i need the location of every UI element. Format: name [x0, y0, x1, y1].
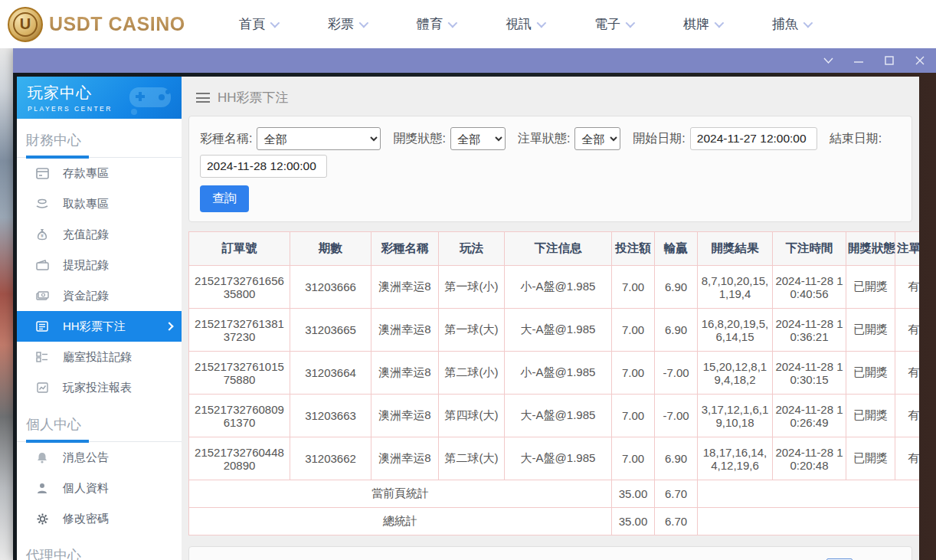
summary-row-total: 總統計 35.00 6.70: [189, 508, 920, 535]
window-close-button[interactable]: [915, 55, 925, 66]
sidebar-item-deposit[interactable]: 存款專區: [17, 158, 182, 188]
window-collapse-button[interactable]: [823, 55, 833, 66]
cell-draw-status: 已開獎: [846, 352, 895, 395]
top-navigation-bar: U USDT CASINO 首頁 彩票 體育 視訊 電子 棋牌 捕魚: [0, 0, 936, 48]
cell-win-loss: 6.90: [655, 266, 698, 309]
window-maximize-button[interactable]: [884, 55, 895, 66]
chevron-down-icon: [715, 18, 725, 28]
cell-period: 31203663: [290, 395, 371, 437]
background-photo-strip: [0, 48, 13, 560]
cell-draw-status: 已開獎: [846, 395, 895, 437]
query-button[interactable]: 查詢: [200, 185, 249, 212]
money-bag-icon: ¥: [35, 228, 49, 241]
cell-lottery-name: 澳洲幸运8: [371, 266, 439, 309]
deposit-icon: [35, 166, 49, 180]
start-date-input[interactable]: [690, 127, 817, 150]
nav-item-fishing[interactable]: 捕魚: [772, 15, 810, 33]
cell-win-loss: -7.00: [655, 352, 698, 395]
cell-draw-status: 已開獎: [846, 266, 895, 309]
sidebar-item-label: 個人資料: [63, 481, 109, 496]
hand-coins-icon: [35, 197, 49, 211]
player-center-window: 玩家中心 PLAYERS CENTER 財務中心 存款專區: [13, 48, 936, 560]
nav-item-lottery[interactable]: 彩票: [328, 15, 366, 33]
sidebar-item-announcements[interactable]: 消息公告: [17, 442, 182, 473]
window-minimize-button[interactable]: [853, 55, 864, 66]
sidebar-item-player-bet-report[interactable]: 玩家投注報表: [17, 372, 182, 403]
sidebar-item-hh-lottery-bets[interactable]: HH彩票下注: [17, 311, 182, 342]
sidebar-item-profile[interactable]: 個人資料: [17, 473, 182, 503]
cell-order-status: 有效: [895, 437, 920, 480]
cell-period: 31203662: [290, 437, 371, 480]
col-lottery-name: 彩種名稱: [371, 232, 439, 266]
sidebar-item-label: 玩家投注報表: [63, 381, 132, 395]
sidebar-item-label: 取款專區: [63, 197, 109, 211]
nav-label: 棋牌: [683, 15, 709, 33]
table-row: 215217327608096137031203663澳洲幸运8第四球(大)大-…: [189, 395, 920, 437]
total-winloss-total: 6.70: [655, 508, 698, 535]
nav-item-home[interactable]: 首頁: [239, 15, 277, 33]
user-icon: [35, 481, 49, 495]
usdt-coin-icon: U: [8, 7, 43, 42]
nav-label: 首頁: [239, 15, 265, 33]
order-status-select[interactable]: 全部: [574, 127, 620, 150]
nav-label: 彩票: [328, 15, 354, 33]
cell-order-status: 有效: [895, 352, 920, 395]
cell-win-loss: -7.00: [655, 395, 698, 437]
end-date-label: 結束日期:: [830, 131, 882, 147]
cell-order-id: 2152173276138137230: [189, 309, 290, 352]
breadcrumb: HH彩票下注: [188, 77, 912, 116]
cell-draw-status: 已開獎: [846, 437, 895, 480]
current-page-bet-total: 35.00: [612, 480, 655, 508]
cell-play-type: 第二球(小): [439, 352, 505, 395]
nav-item-slots[interactable]: 電子: [594, 15, 633, 33]
draw-status-label: 開獎狀態:: [393, 131, 445, 147]
cell-draw-result: 8,7,10,20,15,1,19,4: [698, 266, 773, 309]
col-order-id: 訂單號: [189, 232, 290, 266]
nav-item-cards[interactable]: 棋牌: [683, 15, 722, 33]
cell-order-id: 2152173276101575880: [189, 352, 290, 395]
cell-period: 31203666: [290, 266, 371, 309]
cell-play-type: 第一球(大): [439, 309, 505, 352]
page-title: HH彩票下注: [218, 89, 289, 106]
nav-label: 電子: [594, 15, 620, 33]
cell-order-status: 有效: [895, 395, 920, 437]
cell-lottery-name: 澳洲幸运8: [371, 352, 439, 395]
svg-text:¥: ¥: [41, 233, 44, 238]
menu-icon[interactable]: [196, 93, 210, 103]
end-date-input[interactable]: [200, 155, 327, 178]
cell-bet-info: 小-A盤@1.985: [505, 352, 612, 395]
sidebar-item-withdrawal-records[interactable]: 提現記錄: [17, 250, 182, 280]
lottery-name-select[interactable]: 全部: [257, 127, 381, 150]
cell-order-id: 2152173276080961370: [189, 395, 290, 437]
table-row: 215217327613813723031203665澳洲幸运8第一球(大)大-…: [189, 309, 920, 352]
sidebar-item-funds-records[interactable]: 資金記錄: [17, 280, 182, 311]
report-chart-icon: [35, 381, 49, 395]
cell-bet-info: 小-A盤@1.985: [505, 266, 612, 309]
col-bet-time: 下注時間: [773, 232, 846, 266]
nav-item-live[interactable]: 視訊: [506, 15, 544, 33]
current-page-stats-label: 當前頁統計: [189, 480, 612, 508]
wallet-icon: [35, 258, 49, 272]
cell-bet-amount: 7.00: [612, 395, 655, 437]
sidebar-item-recharge-records[interactable]: ¥ 充值記錄: [17, 219, 182, 250]
cell-bet-time: 2024-11-28 10:20:48: [773, 437, 846, 480]
cell-bet-time: 2024-11-28 10:40:56: [773, 266, 846, 309]
chevron-down-icon: [448, 18, 458, 28]
sidebar-item-withdraw[interactable]: 取款專區: [17, 188, 182, 219]
cell-bet-amount: 7.00: [612, 309, 655, 352]
order-status-label: 注單狀態:: [518, 131, 570, 147]
sidebar-item-change-password[interactable]: 修改密碼: [17, 503, 182, 534]
bets-table: 訂單號 期數 彩種名稱 玩法 下注信息 投注額 輸贏 開獎結果 下注時間 開獎狀…: [188, 231, 919, 535]
cell-play-type: 第一球(小): [439, 266, 505, 309]
draw-status-select[interactable]: 全部: [450, 127, 506, 150]
cell-win-loss: 6.90: [655, 437, 698, 480]
sidebar-item-hall-bet-records[interactable]: 廳室投註記錄: [17, 342, 182, 372]
cell-draw-result: 15,20,12,8,19,4,18,2: [698, 352, 773, 395]
cell-period: 31203665: [290, 309, 371, 352]
sidebar-item-label: 修改密碼: [63, 512, 109, 526]
cell-bet-amount: 7.00: [612, 266, 655, 309]
logo[interactable]: U USDT CASINO: [8, 7, 199, 42]
main-content: HH彩票下注 彩種名稱: 全部 開獎狀態: 全部 注單狀態:: [182, 77, 919, 560]
sidebar-item-label: 廳室投註記錄: [63, 350, 132, 365]
nav-item-sports[interactable]: 體育: [417, 15, 455, 33]
